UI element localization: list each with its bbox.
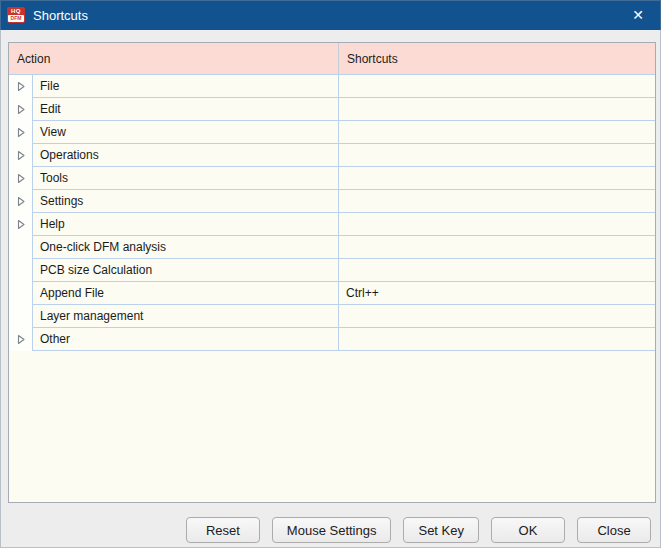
row-shortcut-cell[interactable]: Ctrl++: [338, 282, 655, 305]
expander-icon[interactable]: [16, 219, 26, 230]
table-row-layer-management[interactable]: Layer management: [9, 305, 655, 328]
row-shortcut-cell[interactable]: [338, 75, 655, 98]
app-logo-icon: HQ DFM: [7, 7, 25, 23]
row-label: View: [40, 125, 66, 139]
expander-icon[interactable]: [16, 150, 26, 161]
table-header: Action Shortcuts: [9, 43, 655, 75]
row-action-cell[interactable]: File: [32, 75, 338, 98]
row-gutter: [9, 75, 32, 98]
row-gutter: [9, 98, 32, 121]
row-label: File: [40, 79, 59, 93]
table-row-tools[interactable]: Tools: [9, 167, 655, 190]
row-label: One-click DFM analysis: [40, 240, 166, 254]
table-row-settings[interactable]: Settings: [9, 190, 655, 213]
row-label: Other: [40, 332, 70, 346]
expander-icon[interactable]: [16, 127, 26, 138]
row-label: Edit: [40, 102, 61, 116]
row-gutter: [9, 259, 32, 282]
row-label: Tools: [40, 171, 68, 185]
row-gutter: [9, 282, 32, 305]
row-label: PCB size Calculation: [40, 263, 152, 277]
row-gutter: [9, 236, 32, 259]
row-shortcut-cell[interactable]: [338, 259, 655, 282]
app-logo-text-bottom: DFM: [8, 15, 24, 22]
table-row-other[interactable]: Other: [9, 328, 655, 351]
row-shortcut-cell[interactable]: [338, 305, 655, 328]
row-action-cell[interactable]: Edit: [32, 98, 338, 121]
row-action-cell[interactable]: Append File: [32, 282, 338, 305]
titlebar[interactable]: HQ DFM Shortcuts ✕: [0, 0, 661, 30]
expander-icon[interactable]: [16, 104, 26, 115]
column-header-shortcuts[interactable]: Shortcuts: [338, 43, 655, 74]
row-gutter: [9, 144, 32, 167]
row-label: Help: [40, 217, 65, 231]
expander-icon[interactable]: [16, 334, 26, 345]
row-gutter: [9, 328, 32, 351]
row-gutter: [9, 305, 32, 328]
ok-button[interactable]: OK: [491, 517, 565, 543]
row-action-cell[interactable]: Help: [32, 213, 338, 236]
close-icon[interactable]: ✕: [615, 0, 661, 30]
table-row-file[interactable]: File: [9, 75, 655, 98]
expander-icon[interactable]: [16, 196, 26, 207]
row-gutter: [9, 167, 32, 190]
row-action-cell[interactable]: Other: [32, 328, 338, 351]
row-action-cell[interactable]: View: [32, 121, 338, 144]
row-shortcut-cell[interactable]: [338, 144, 655, 167]
row-gutter: [9, 190, 32, 213]
row-label: Settings: [40, 194, 83, 208]
row-shortcut-cell[interactable]: [338, 98, 655, 121]
shortcuts-dialog: HQ DFM Shortcuts ✕ Action Shortcuts File: [0, 0, 661, 548]
row-gutter: [9, 213, 32, 236]
shortcuts-table: Action Shortcuts File Edit: [8, 42, 656, 503]
row-action-cell[interactable]: PCB size Calculation: [32, 259, 338, 282]
row-label: Layer management: [40, 309, 143, 323]
row-action-cell[interactable]: Operations: [32, 144, 338, 167]
table-row-one-click-dfm-analysis[interactable]: One-click DFM analysis: [9, 236, 655, 259]
column-header-action[interactable]: Action: [9, 43, 338, 74]
row-action-cell[interactable]: One-click DFM analysis: [32, 236, 338, 259]
window-title: Shortcuts: [33, 8, 88, 23]
row-shortcut-cell[interactable]: [338, 236, 655, 259]
app-logo-text-top: HQ: [7, 8, 25, 15]
row-action-cell[interactable]: Tools: [32, 167, 338, 190]
table-row-pcb-size-calculation[interactable]: PCB size Calculation: [9, 259, 655, 282]
row-label: Operations: [40, 148, 99, 162]
table-row-edit[interactable]: Edit: [9, 98, 655, 121]
expander-icon[interactable]: [16, 81, 26, 92]
row-action-cell[interactable]: Layer management: [32, 305, 338, 328]
expander-icon[interactable]: [16, 173, 26, 184]
table-row-append-file[interactable]: Append File Ctrl++: [9, 282, 655, 305]
row-shortcut-cell[interactable]: [338, 328, 655, 351]
row-label: Append File: [40, 286, 104, 300]
table-row-view[interactable]: View: [9, 121, 655, 144]
table-rows: File Edit View: [9, 75, 655, 502]
row-shortcut: Ctrl++: [346, 286, 379, 300]
row-shortcut-cell[interactable]: [338, 167, 655, 190]
set-key-button[interactable]: Set Key: [403, 517, 479, 543]
table-row-operations[interactable]: Operations: [9, 144, 655, 167]
row-shortcut-cell[interactable]: [338, 213, 655, 236]
mouse-settings-button[interactable]: Mouse Settings: [272, 517, 392, 543]
row-shortcut-cell[interactable]: [338, 121, 655, 144]
row-shortcut-cell[interactable]: [338, 190, 655, 213]
reset-button[interactable]: Reset: [186, 517, 260, 543]
row-gutter: [9, 121, 32, 144]
button-bar: ResetMouse SettingsSet KeyOKClose: [186, 517, 651, 543]
table-row-help[interactable]: Help: [9, 213, 655, 236]
close-button[interactable]: Close: [577, 517, 651, 543]
row-action-cell[interactable]: Settings: [32, 190, 338, 213]
